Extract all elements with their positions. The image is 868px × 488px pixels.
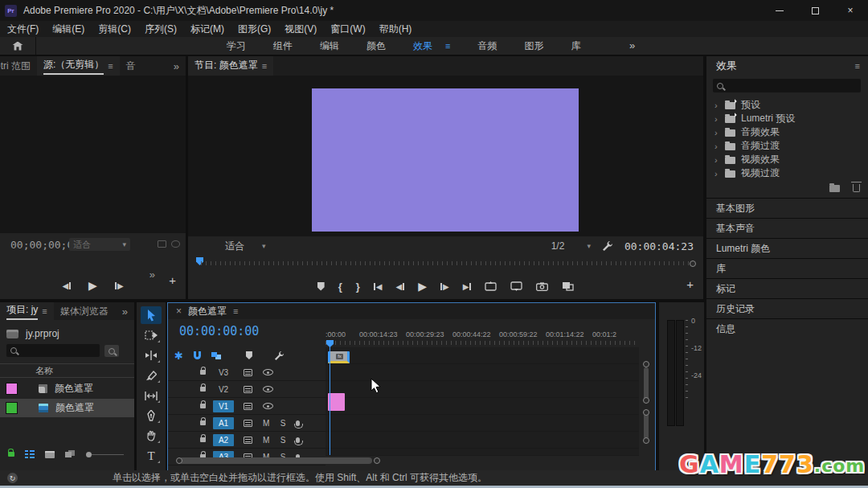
menu-edit[interactable]: 编辑(E)	[52, 23, 84, 36]
panel-menu-icon[interactable]: ≡	[42, 306, 47, 316]
panel-overflow-button[interactable]: »	[174, 60, 186, 72]
pen-tool[interactable]	[141, 407, 162, 424]
workspace-tab-libraries[interactable]: 库	[571, 39, 580, 53]
menu-window[interactable]: 窗口(W)	[330, 23, 365, 36]
track-lane[interactable]	[326, 432, 639, 449]
timeline-vertical-scrollbar[interactable]	[641, 303, 652, 472]
lock-icon[interactable]	[200, 370, 206, 375]
comparison-view-icon[interactable]	[562, 281, 574, 291]
slider-handle[interactable]	[86, 452, 92, 457]
advanced-find-button[interactable]	[104, 345, 119, 357]
track-output-eye-icon[interactable]	[263, 403, 273, 409]
drag-video-icon[interactable]	[158, 240, 166, 248]
selected-clip-v3[interactable]: fx	[328, 351, 350, 363]
step-forward-button[interactable]: ▶	[440, 282, 449, 291]
source-zoom-select[interactable]: 适合 ▾	[69, 238, 130, 251]
effects-bin-presets[interactable]: › 预设	[706, 98, 868, 112]
sync-lock-icon[interactable]	[244, 420, 252, 427]
tab-source-monitor[interactable]: 源:（无剪辑） ≡	[37, 56, 120, 76]
menu-graphics[interactable]: 图形(G)	[238, 23, 271, 36]
menu-sequence[interactable]: 序列(S)	[145, 23, 177, 36]
slip-tool[interactable]	[141, 387, 162, 404]
tab-essential-graphics[interactable]: 基本图形	[706, 198, 868, 218]
workspace-tab-effects[interactable]: 效果	[413, 39, 432, 53]
project-item-sequence[interactable]: 颜色遮罩	[0, 399, 134, 417]
go-to-out-button[interactable]: ▶	[463, 282, 472, 291]
mark-in-button[interactable]: {	[338, 281, 342, 293]
tab-essential-sound[interactable]: 基本声音	[706, 218, 868, 238]
program-time-ruler[interactable]	[193, 257, 698, 270]
sync-status-icon[interactable]: ↻	[7, 473, 18, 483]
ripple-edit-tool[interactable]	[141, 347, 162, 364]
play-button[interactable]: ▶	[88, 279, 97, 292]
track-height-handle[interactable]	[643, 409, 649, 416]
solo-button[interactable]: S	[280, 419, 286, 428]
linked-selection-icon[interactable]	[211, 352, 221, 359]
effects-bin-video-effects[interactable]: › 视频效果	[706, 153, 868, 166]
timeline-timecode[interactable]: 00:00:00:00	[179, 324, 259, 338]
zoom-handle-right[interactable]	[374, 457, 380, 464]
hand-tool[interactable]	[141, 427, 162, 445]
zoom-handle-left[interactable]	[176, 457, 182, 464]
button-editor-button[interactable]: +	[686, 277, 694, 291]
color-matte-clip-v1[interactable]	[328, 393, 345, 411]
sync-lock-icon[interactable]	[244, 437, 252, 444]
track-header-v2[interactable]: V2	[168, 381, 326, 398]
delete-custom-items-button[interactable]	[853, 184, 860, 192]
project-item-color-matte[interactable]: 颜色遮罩	[0, 379, 134, 398]
voiceover-mic-icon[interactable]	[296, 420, 300, 426]
solo-button[interactable]: S	[280, 436, 286, 445]
zoom-handle[interactable]	[690, 260, 696, 267]
track-header-v1[interactable]: V1	[168, 398, 326, 415]
menu-view[interactable]: 视图(V)	[285, 23, 317, 36]
lock-icon[interactable]	[200, 420, 206, 425]
track-output-eye-icon[interactable]	[263, 386, 273, 392]
maximize-button[interactable]	[797, 0, 833, 21]
panel-menu-icon[interactable]: ≡	[262, 61, 267, 71]
mute-button[interactable]: M	[263, 419, 269, 428]
add-marker-button[interactable]	[317, 282, 325, 291]
timeline-playhead-line[interactable]	[330, 340, 330, 455]
menu-clip[interactable]: 剪辑(C)	[98, 23, 131, 36]
export-frame-camera-icon[interactable]	[536, 282, 548, 291]
effects-search-box[interactable]	[713, 79, 861, 92]
list-view-button[interactable]	[25, 450, 35, 458]
workspace-menu-icon[interactable]: ≡	[445, 41, 450, 51]
extract-button[interactable]	[510, 281, 522, 291]
track-output-eye-icon[interactable]	[263, 369, 273, 375]
sync-lock-icon[interactable]	[244, 369, 252, 376]
step-forward-button[interactable]: ▶	[115, 281, 124, 290]
tab-info[interactable]: 信息	[706, 318, 868, 338]
project-writable-lock-icon[interactable]	[8, 452, 14, 457]
close-icon[interactable]: ×	[176, 306, 182, 317]
tab-lumetri-color[interactable]: Lumetri 颜色	[706, 238, 868, 258]
effects-search-input[interactable]	[727, 81, 848, 91]
tab-libraries[interactable]: 库	[706, 258, 868, 278]
effects-bin-lumetri-presets[interactable]: › Lumetri 预设	[706, 112, 868, 125]
lock-icon[interactable]	[200, 404, 206, 408]
snap-magnet-icon[interactable]	[194, 351, 201, 359]
button-editor-button[interactable]: +	[169, 273, 176, 287]
timeline-tab[interactable]: × 颜色遮罩 ≡	[168, 303, 655, 319]
selection-tool[interactable]	[141, 306, 162, 324]
track-select-forward-tool[interactable]	[141, 326, 162, 344]
tab-history[interactable]: 历史记录	[706, 298, 868, 318]
workspace-tab-assembly[interactable]: 组件	[273, 39, 293, 53]
minimize-button[interactable]	[762, 0, 797, 21]
play-button[interactable]: ▶	[418, 280, 427, 293]
track-lane[interactable]	[326, 449, 639, 456]
mute-button[interactable]: M	[263, 436, 269, 445]
step-back-button[interactable]: ◀	[395, 282, 404, 291]
project-search-box[interactable]	[6, 344, 100, 357]
workspace-tab-editing[interactable]: 编辑	[320, 39, 339, 53]
timeline-ruler[interactable]: :00:00 00:00:14:23 00:00:29:23 00:00:44:…	[326, 329, 639, 345]
track-lane[interactable]	[326, 347, 639, 364]
step-back-button[interactable]: ◀	[62, 281, 71, 290]
icon-view-button[interactable]	[45, 451, 55, 458]
track-lane[interactable]	[326, 415, 639, 432]
project-search-input[interactable]	[20, 346, 89, 355]
menu-help[interactable]: 帮助(H)	[379, 23, 412, 36]
track-header-v3[interactable]: V3	[168, 364, 326, 381]
effects-bin-audio-transitions[interactable]: › 音频过渡	[706, 139, 868, 153]
razor-tool[interactable]	[141, 367, 162, 384]
